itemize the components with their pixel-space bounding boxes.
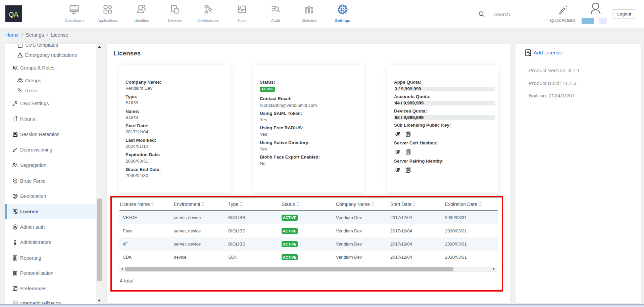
svg-text:A: A bbox=[14, 10, 19, 18]
svg-text:Q: Q bbox=[9, 10, 14, 18]
